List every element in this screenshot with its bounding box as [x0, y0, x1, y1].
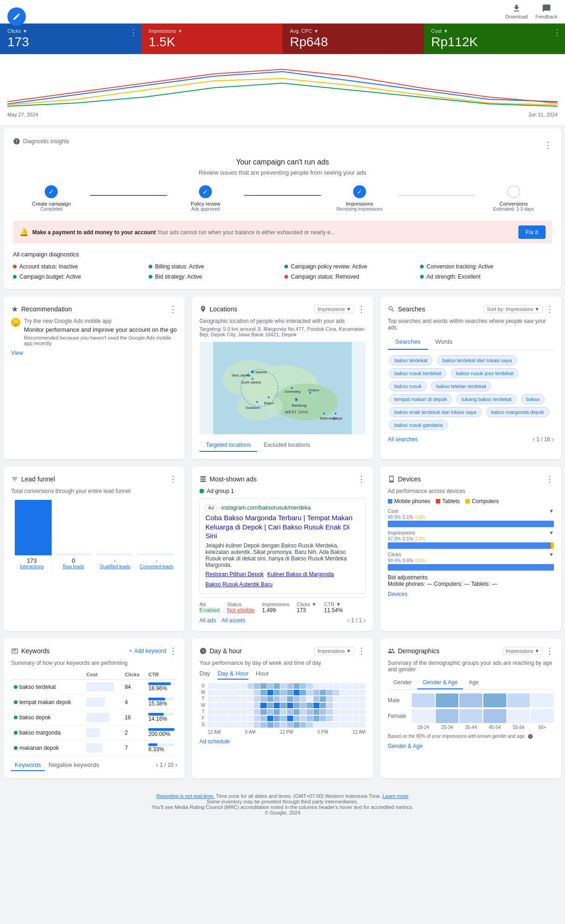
chip-2[interactable]: bakso rusuk terdekat [389, 368, 446, 378]
ad-links: Restoran Pilihan Depok Kuliner Bakso di … [205, 571, 360, 588]
recommendation-menu[interactable]: ⋮ [169, 304, 177, 314]
searches-sort[interactable]: Sort by: Impressions ▼ [484, 305, 543, 313]
searches-menu[interactable]: ⋮ [546, 304, 554, 314]
footer: Reporting is not real-time. Time zone fo… [0, 786, 565, 823]
lead-funnel-card: Lead funnel ⋮ Total conversions through … [4, 467, 185, 631]
edit-fab[interactable] [7, 7, 26, 26]
download-button[interactable]: Download [505, 4, 528, 19]
words-tab[interactable]: Words [428, 334, 460, 350]
chip-3[interactable]: bakso rusuk joss terdekat [451, 368, 519, 378]
chip-0[interactable]: bakso terdekat [389, 355, 433, 365]
locations-menu[interactable]: ⋮ [357, 304, 366, 314]
day-tab[interactable]: Day [199, 670, 210, 680]
diagnostic-card: Diagnostic insights ⋮ Your campaign can'… [4, 128, 561, 289]
gender-age-tab[interactable]: Gender & Age [417, 676, 463, 689]
device-legend: Mobile phones Tablets Computers [388, 498, 554, 505]
prev-page[interactable]: ‹ [533, 436, 535, 443]
gender-tab[interactable]: Gender [388, 676, 417, 689]
ad-status-row: Ad Enabled Status Not eligible Impressio… [199, 597, 366, 614]
ad-link-1[interactable]: Kuliner Bakso di Margonda [267, 571, 334, 578]
demographics-card: Demographics Impressions ▼ ⋮ Summary of … [380, 638, 561, 778]
all-ads-link[interactable]: All ads [199, 617, 216, 624]
svg-point-5 [251, 371, 254, 373]
negative-kw-tab[interactable]: Negative keywords [45, 760, 103, 771]
chip-8[interactable]: bakso [521, 394, 545, 404]
svg-text:Bandung: Bandung [292, 403, 307, 407]
hour-tab[interactable]: Hour [256, 670, 269, 680]
kw-row-4: makanan depok 7 8.33% [11, 740, 177, 755]
searches-tab[interactable]: Searches [388, 334, 428, 350]
metric-clicks[interactable]: Clicks ▼ 173 ⋮ [0, 24, 141, 54]
ad-preview: Ad · instagram.com/baksorusuk/merdeka Co… [199, 498, 366, 594]
chip-4[interactable]: bakso rusuk [389, 381, 427, 391]
steps-row: ✓ Create campaign Completed ✓ Policy rev… [13, 185, 552, 212]
locations-sort[interactable]: Impressions ▼ [314, 305, 355, 313]
svg-rect-28 [200, 479, 206, 480]
heatmap: S M T W T F [199, 683, 366, 735]
targeted-locations-tab[interactable]: Targeted locations [199, 439, 257, 452]
age-tab[interactable]: Age [463, 676, 484, 689]
feedback-button[interactable]: Feedback [535, 4, 558, 19]
ad-schedule-link[interactable]: Ad schedule [199, 738, 230, 745]
view-link[interactable]: View [11, 350, 23, 356]
metric-impressions[interactable]: Impressions ▼ 1.5K [141, 24, 282, 54]
svg-point-22 [323, 413, 325, 414]
gender-age-grid: Male Female 18-24 [388, 693, 554, 730]
not-eligible[interactable]: Not eligible [227, 607, 254, 614]
metrics-row: Clicks ▼ 173 ⋮ Impressions ▼ 1.5K Avg. C… [0, 24, 565, 54]
next-page[interactable]: › [552, 436, 554, 443]
excluded-locations-tab[interactable]: Excluded locations [257, 439, 316, 452]
devices-link[interactable]: Devices [388, 591, 408, 597]
chip-11[interactable]: bakso rusuk gandaria [389, 420, 448, 430]
keywords-menu[interactable]: ⋮ [169, 646, 177, 656]
all-searches-link[interactable]: All searches [388, 436, 418, 443]
dayhour-sort[interactable]: Impressions ▼ [314, 647, 355, 655]
ads-next[interactable]: › [364, 617, 366, 624]
recommendation-card: Recommendation ⋮ 💡 Try the new Google Ad… [4, 297, 185, 459]
metric-cost[interactable]: Cost ▼ Rp112K ⋮ [424, 24, 565, 54]
kw-pagination: ‹ 1 / 10 › [156, 762, 177, 768]
demo-sort[interactable]: Impressions ▼ [503, 647, 543, 655]
devices-menu[interactable]: ⋮ [546, 474, 554, 484]
metric-cost-menu[interactable]: ⋮ [553, 27, 561, 37]
chip-6[interactable]: tempat makan di depok [389, 394, 452, 404]
learn-more-link[interactable]: Learn more [383, 793, 409, 799]
diag-budget: Campaign budget: Active [13, 274, 145, 280]
kw-next[interactable]: › [175, 762, 177, 768]
all-assets-link[interactable]: All assets [222, 617, 245, 624]
gender-age-link[interactable]: Gender & Age [388, 743, 422, 749]
metric-clicks-menu[interactable]: ⋮ [129, 27, 138, 37]
funnel-menu[interactable]: ⋮ [169, 474, 177, 484]
diag-ad-strength: Ad strength: Excellent [420, 274, 552, 280]
diag-account: Account status: Inactive [13, 263, 145, 270]
chip-9[interactable]: bakso enak terdekat dari lokasi saya [389, 407, 481, 417]
ads-menu[interactable]: ⋮ [357, 474, 366, 484]
location-tabs: Targeted locations Excluded locations [199, 439, 366, 452]
add-keyword-button[interactable]: + Add keyword [129, 648, 166, 654]
kw-prev[interactable]: ‹ [156, 762, 158, 768]
diagnostic-menu[interactable]: ⋮ [544, 140, 552, 150]
chip-1[interactable]: bakso terdekat dari lokasi saya [437, 355, 517, 365]
chip-10[interactable]: bakso margonda depok [486, 407, 549, 417]
chip-5[interactable]: bakso tetelan terdekat [431, 381, 491, 391]
row3: Keywords + Add keyword ⋮ Summary of how … [0, 635, 565, 782]
ad-link-0[interactable]: Restoran Pilihan Depok [205, 571, 264, 578]
fix-button[interactable]: Fix it [518, 225, 546, 239]
step-create: ✓ Create campaign Completed [13, 185, 90, 212]
day-hour-card: Day & hour Impressions ▼ ⋮ Your performa… [192, 638, 373, 778]
demo-menu[interactable]: ⋮ [546, 646, 554, 656]
svg-point-17 [291, 387, 293, 389]
svg-text:Sumedang: Sumedang [285, 390, 301, 394]
kw-row-2: bakso depok 16 14.16% [11, 710, 177, 725]
ad-link-2[interactable]: Bakso Rusuk Autentik Baru [205, 581, 272, 588]
day-hour-tab[interactable]: Day & Hour [217, 670, 248, 680]
ads-prev[interactable]: ‹ [348, 617, 349, 624]
keywords-table: Cost Clicks CTR bakso terdekat 84 18.96%… [11, 670, 177, 756]
kw-row-1: tempat makan depok 4 15.38% [11, 694, 177, 710]
searches-pagination: ‹ 1 / 16 › [533, 436, 554, 443]
keywords-tab[interactable]: Keywords [11, 760, 45, 771]
chip-7[interactable]: tukang bakso terdekat [457, 394, 517, 404]
metric-cpc[interactable]: Avg. CPC ▼ Rp648 [282, 24, 424, 54]
reporting-link[interactable]: Reporting is not real-time. [156, 793, 215, 799]
dayhour-menu[interactable]: ⋮ [357, 646, 366, 656]
